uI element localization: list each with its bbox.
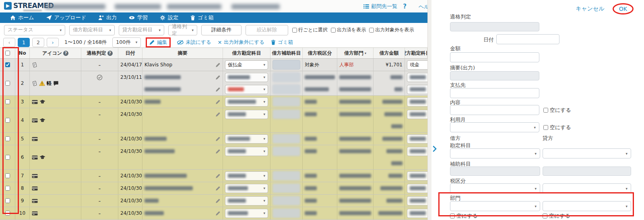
debit-account-cell[interactable]: ▾: [223, 133, 270, 145]
exclude-output-button[interactable]: ✕ 出力対象外にする: [218, 39, 264, 46]
debit-account-select[interactable]: ▾: [225, 110, 268, 119]
debit-account-cell[interactable]: ▾▾: [223, 71, 270, 95]
ok-button[interactable]: OK: [619, 6, 627, 12]
credit-account-cell[interactable]: [405, 182, 427, 194]
credit-account-cell[interactable]: [405, 207, 427, 219]
help-question-link[interactable]: ?: [403, 3, 407, 10]
clear-filter-button[interactable]: 絞込解除: [246, 25, 288, 35]
debit-account-select[interactable]: ▾: [225, 147, 268, 156]
credit-account-select[interactable]: [407, 134, 427, 144]
nav-item-ホーム[interactable]: ホーム: [4, 12, 40, 23]
credit-account-select[interactable]: [407, 171, 427, 181]
debit-account-select[interactable]: ▾: [225, 184, 268, 193]
page-prev-button[interactable]: ‹: [3, 38, 15, 47]
usage-month-empty-checkbox[interactable]: [543, 125, 548, 130]
filter-checkbox-出力対象外を表示[interactable]: 出力対象外を表示: [369, 27, 414, 33]
credit-account-select[interactable]: [407, 97, 427, 107]
debit-account-cell[interactable]: ▾: [223, 108, 270, 132]
row-select-checkbox[interactable]: [5, 81, 10, 86]
filter-select-借方勘定科目[interactable]: 借方勘定科目▾: [69, 25, 115, 35]
select-all-checkbox[interactable]: [5, 51, 10, 56]
debit-tax-class-select[interactable]: ▾: [450, 183, 540, 193]
debit-account-cell[interactable]: ▾: [223, 195, 270, 207]
pencil-icon[interactable]: [215, 211, 221, 216]
credit-account-cell[interactable]: [405, 108, 427, 132]
amount-input[interactable]: [450, 52, 539, 62]
debit-account-cell[interactable]: ▾: [223, 182, 270, 194]
filter-checkbox-行ごとに選択[interactable]: 行ごとに選択: [292, 27, 328, 33]
pencil-icon[interactable]: [215, 173, 221, 179]
content-empty-checkbox[interactable]: [543, 108, 548, 113]
nav-item-ゴミ箱[interactable]: ゴミ箱: [184, 12, 220, 23]
credit-account-select[interactable]: [407, 147, 427, 156]
column-header-借方部門[interactable]: 借方部門▾: [337, 48, 374, 58]
help-link[interactable]: ヘルプ: [419, 3, 427, 10]
pencil-icon[interactable]: [215, 149, 221, 154]
pencil-icon[interactable]: [215, 186, 221, 191]
credit-account-cell[interactable]: 現金: [405, 59, 427, 71]
debit-account-select[interactable]: ▾: [450, 148, 540, 158]
help-badge-icon[interactable]: ?: [107, 51, 113, 56]
debit-account-select[interactable]: ▾: [225, 85, 268, 94]
row-select-checkbox[interactable]: [5, 198, 10, 203]
debit-account-select[interactable]: ▾: [225, 73, 268, 82]
credit-account-cell[interactable]: [405, 96, 427, 108]
page-2-button[interactable]: 2: [32, 38, 44, 47]
row-select-checkbox[interactable]: [5, 211, 10, 216]
usage-month-select[interactable]: ▾: [450, 122, 539, 132]
debit-account-cell[interactable]: ▾: [223, 96, 270, 108]
row-select-checkbox[interactable]: [5, 173, 10, 178]
detail-conditions-button[interactable]: 詳細条件: [201, 25, 242, 35]
filter-checkbox-出力済を表示[interactable]: 出力済を表示: [331, 27, 366, 33]
credit-account-cell[interactable]: [405, 170, 427, 182]
credit-account-select[interactable]: 現金: [407, 60, 427, 70]
cancel-button[interactable]: キャンセル: [576, 5, 605, 12]
payee-input[interactable]: [450, 88, 539, 98]
row-select-checkbox[interactable]: [5, 62, 10, 67]
credit-account-select[interactable]: [407, 184, 427, 193]
pencil-icon[interactable]: [215, 136, 221, 142]
pencil-icon[interactable]: [215, 198, 221, 204]
row-select-checkbox[interactable]: [5, 136, 10, 141]
panel-expand-chevron-icon[interactable]: [432, 146, 437, 154]
credit-account-select[interactable]: [407, 209, 427, 218]
checkbox[interactable]: [331, 28, 336, 33]
debit-account-cell[interactable]: ▾: [223, 170, 270, 182]
credit-account-select[interactable]: ▾: [543, 148, 631, 158]
checkbox[interactable]: [292, 28, 297, 33]
debit-account-select[interactable]: ▾: [225, 134, 268, 144]
credit-account-cell[interactable]: [405, 195, 427, 207]
credit-tax-class-select[interactable]: ▾: [543, 183, 631, 193]
debit-account-cell[interactable]: ▾: [223, 207, 270, 219]
debit-department-empty-checkbox[interactable]: [450, 214, 455, 218]
content-input[interactable]: [450, 105, 539, 115]
debit-department-select[interactable]: ▾: [450, 201, 540, 211]
page-next-button[interactable]: ›: [47, 38, 59, 47]
pencil-icon[interactable]: [215, 112, 221, 117]
per-page-select[interactable]: 100件▾: [112, 37, 141, 47]
credit-department-select[interactable]: ▾: [543, 201, 631, 211]
debit-account-select[interactable]: ▾: [225, 97, 268, 107]
credit-account-cell[interactable]: [405, 71, 427, 95]
debit-account-select[interactable]: ▾: [225, 209, 268, 218]
edit-button[interactable]: 編集: [149, 39, 167, 46]
debit-account-select[interactable]: 仮払金▾: [225, 60, 268, 70]
debit-account-select[interactable]: ▾: [225, 196, 268, 206]
credit-account-select[interactable]: [407, 110, 427, 119]
nav-item-学習[interactable]: 学習: [123, 12, 154, 23]
credit-account-select[interactable]: [407, 73, 427, 82]
debit-account-select[interactable]: ▾: [225, 171, 268, 181]
checkbox[interactable]: [369, 28, 374, 33]
pencil-icon[interactable]: [215, 62, 221, 68]
nav-item-出力[interactable]: 出力: [92, 12, 123, 23]
row-select-checkbox[interactable]: [5, 155, 10, 160]
filter-select-適格判定[interactable]: 適格判定▾: [168, 25, 197, 35]
mark-unread-button[interactable]: 未読にする: [177, 39, 211, 46]
credit-account-select[interactable]: [407, 196, 427, 206]
credit-account-select[interactable]: [407, 85, 427, 94]
debit-account-cell[interactable]: ▾: [223, 145, 270, 169]
row-select-checkbox[interactable]: [5, 118, 10, 123]
row-select-checkbox[interactable]: [5, 186, 10, 191]
nav-item-設定[interactable]: 設定: [154, 12, 184, 23]
nav-item-アップロード[interactable]: アップロード: [40, 12, 93, 23]
